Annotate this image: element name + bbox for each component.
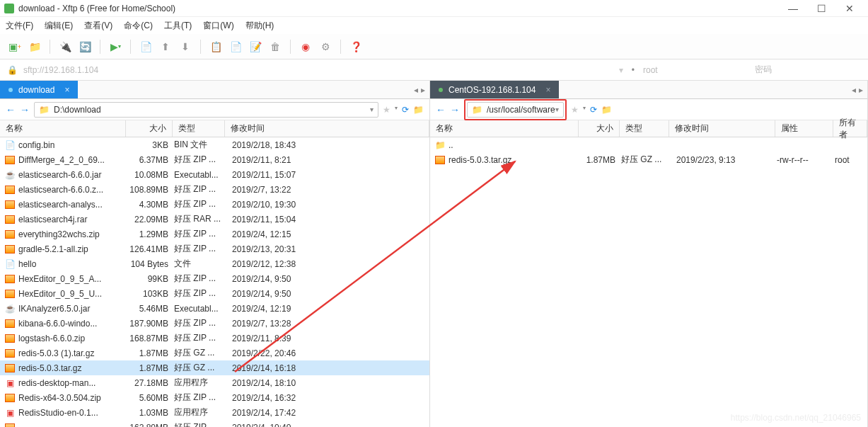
user-field[interactable]: root [643, 65, 749, 75]
back-icon[interactable]: ← [6, 104, 16, 115]
refresh-icon[interactable]: ⟳ [402, 105, 409, 115]
open-icon[interactable]: 📁 [27, 39, 42, 55]
rename-icon[interactable]: 📝 [248, 39, 263, 55]
file-size: 4.30MB [127, 200, 174, 210]
local-tab[interactable]: download × [0, 81, 78, 98]
file-row[interactable]: ...162.80MB好压 ZIP2019/2/4, 10:40 [0, 420, 429, 427]
file-name: Redis-x64-3.0.504.zip [18, 393, 127, 403]
menu-edit[interactable]: 编辑(E) [45, 20, 73, 32]
file-row[interactable]: ☕elasticsearch-6.6.0.jar10.08MBExecutabl… [0, 167, 429, 182]
terminal-icon[interactable]: ▶▾ [108, 39, 123, 55]
close-tab-icon[interactable]: × [64, 85, 69, 95]
newfolder2-icon[interactable]: 📁 [601, 105, 612, 115]
file-row[interactable]: 📄hello104 Bytes文件2019/2/12, 12:38 [0, 256, 429, 271]
file-name: elasticsearch-analys... [18, 200, 127, 210]
file-row[interactable]: DiffMerge_4_2_0_69...6.37MB好压 ZIP ...201… [0, 152, 429, 167]
new-session-icon[interactable]: ▣+ [7, 39, 23, 55]
menu-file[interactable]: 文件(F) [6, 20, 33, 32]
close-tab-icon[interactable]: × [545, 85, 550, 95]
file-row[interactable]: HexEditor_0_9_5_U...103KB好压 ZIP ...2019/… [0, 286, 429, 301]
col-date[interactable]: 修改时间 [669, 120, 775, 137]
download-icon[interactable]: ⬇ [178, 39, 193, 55]
tab-prev-icon[interactable]: ◂ [852, 85, 856, 95]
file-row[interactable]: elasticsearch-analys...4.30MB好压 ZIP ...2… [0, 197, 429, 212]
file-size: 10.08MB [127, 170, 174, 180]
chevron-down-icon[interactable]: ▾ [370, 106, 374, 113]
tab-next-icon[interactable]: ▸ [859, 85, 863, 95]
file-type: 好压 ZIP ... [174, 332, 226, 344]
file-icon [4, 185, 16, 195]
tab-next-icon[interactable]: ▸ [421, 85, 425, 95]
status-dot-icon [8, 88, 13, 92]
col-size[interactable]: 大小 [579, 120, 620, 137]
file-type: Executabl... [174, 170, 226, 180]
file-row[interactable]: gradle-5.2.1-all.zip126.41MB好压 ZIP ...20… [0, 241, 429, 256]
file-row[interactable]: redis-5.0.3.tar.gz1.87MB好压 GZ ...2019/2/… [0, 360, 429, 375]
file-name: redis-5.0.3.tar.gz [449, 155, 580, 165]
col-name[interactable]: 名称 [430, 120, 579, 137]
file-type: 好压 ZIP ... [174, 243, 226, 255]
up-dir-row[interactable]: 📁.. [430, 137, 867, 152]
bookmark-icon[interactable]: ★ [383, 105, 390, 115]
file-size: 104 Bytes [127, 259, 174, 269]
file-row[interactable]: 📄config.bin3KBBIN 文件2019/2/18, 18:43 [0, 137, 429, 152]
refresh-icon[interactable]: ⟳ [590, 105, 597, 115]
file-row[interactable]: ☕IKAnalyzer6.5.0.jar5.46MBExecutabl...20… [0, 301, 429, 316]
back-icon[interactable]: ← [436, 104, 446, 115]
menu-help[interactable]: 帮助(H) [245, 20, 274, 32]
file-row[interactable]: ▣redis-desktop-man...27.18MB应用程序2019/2/1… [0, 375, 429, 390]
file-row[interactable]: Redis-x64-3.0.504.zip5.60MB好压 ZIP ...201… [0, 390, 429, 405]
file-name: everything32wchs.zip [18, 229, 127, 239]
file-row[interactable]: elasticsearch4j.rar22.09MB好压 RAR ...2019… [0, 212, 429, 227]
col-attr[interactable]: 属性 [775, 120, 833, 137]
bookmark-icon[interactable]: ★ [571, 105, 579, 115]
menu-command[interactable]: 命令(C) [124, 20, 153, 32]
file-row[interactable]: redis-5.0.3 (1).tar.gz1.87MB好压 GZ ...201… [0, 346, 429, 360]
file-row[interactable]: logstash-6.6.0.zip168.87MB好压 ZIP ...2019… [0, 331, 429, 346]
disconnect-icon[interactable]: 🔌 [57, 39, 73, 55]
remote-pathbox[interactable]: 📁 /usr/local/software ▾ [467, 102, 564, 118]
col-owner[interactable]: 所有者 [833, 120, 867, 137]
forward-icon[interactable]: → [20, 104, 30, 115]
copy-icon[interactable]: 📋 [208, 39, 224, 55]
help-icon[interactable]: ❓ [348, 39, 364, 55]
minimize-button[interactable]: — [779, 0, 807, 17]
file-row[interactable]: redis-5.0.3.tar.gz1.87MB好压 GZ ...2019/2/… [430, 152, 867, 167]
newfolder-icon[interactable]: 📄 [138, 39, 154, 55]
col-type[interactable]: 类型 [620, 120, 669, 137]
newfolder2-icon[interactable]: 📁 [413, 105, 424, 115]
file-row[interactable]: elasticsearch-6.6.0.z...108.89MB好压 ZIP .… [0, 182, 429, 197]
file-row[interactable]: HexEditor_0_9_5_A...99KB好压 ZIP ...2019/2… [0, 271, 429, 286]
filter-icon[interactable]: ⚙ [318, 39, 333, 55]
stop-icon[interactable]: ◉ [298, 39, 313, 55]
remote-filelist[interactable]: 📁..redis-5.0.3.tar.gz1.87MB好压 GZ ...2019… [430, 137, 867, 427]
menu-tools[interactable]: 工具(T) [164, 20, 192, 32]
col-date[interactable]: 修改时间 [225, 120, 429, 137]
paste-icon[interactable]: 📄 [228, 39, 243, 55]
remote-tab[interactable]: CentOS-192.168.1.104 × [430, 81, 559, 98]
local-pathbox[interactable]: 📁 D:\download ▾ [34, 102, 378, 118]
reconnect-icon[interactable]: 🔄 [77, 39, 93, 55]
tab-prev-icon[interactable]: ◂ [414, 85, 418, 95]
local-filelist[interactable]: 📄config.bin3KBBIN 文件2019/2/18, 18:43Diff… [0, 137, 429, 427]
file-row[interactable]: kibana-6.6.0-windo...187.90MB好压 ZIP ...2… [0, 316, 429, 331]
file-row[interactable]: everything32wchs.zip1.29MB好压 ZIP ...2019… [0, 227, 429, 241]
file-size: 1.03MB [127, 408, 174, 418]
forward-icon[interactable]: → [450, 104, 460, 115]
file-icon [434, 155, 446, 165]
file-date: 2019/2/4, 12:15 [226, 229, 429, 239]
local-tab-label: download [18, 85, 54, 95]
chevron-down-icon[interactable]: ▾ [555, 106, 559, 113]
menu-view[interactable]: 查看(V) [84, 20, 112, 32]
password-field[interactable]: 密码 [755, 64, 861, 76]
delete-icon[interactable]: 🗑 [267, 39, 283, 55]
upload-icon[interactable]: ⬆ [158, 39, 173, 55]
maximize-button[interactable]: ☐ [807, 0, 835, 17]
col-type[interactable]: 类型 [173, 120, 225, 137]
col-size[interactable]: 大小 [126, 120, 173, 137]
file-row[interactable]: ▣RedisStudio-en-0.1...1.03MB应用程序2019/2/1… [0, 405, 429, 420]
col-name[interactable]: 名称 [0, 120, 126, 137]
close-button[interactable]: ✕ [835, 0, 864, 17]
menu-window[interactable]: 窗口(W) [203, 20, 233, 32]
address-url[interactable]: sftp://192.168.1.104 [23, 65, 613, 75]
